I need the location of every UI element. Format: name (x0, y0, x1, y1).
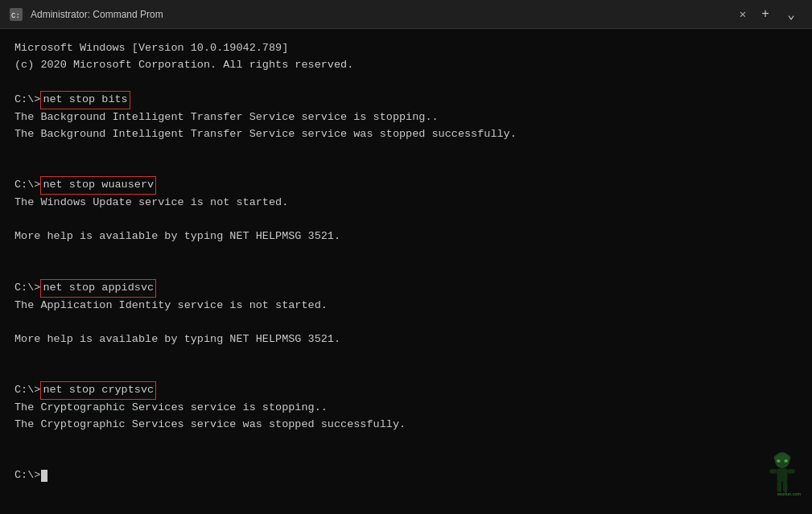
line-wua-1: The Windows Update service is not starte… (14, 195, 798, 212)
svg-rect-6 (769, 469, 777, 474)
line-bits-1: The Background Intelligent Transfer Serv… (14, 109, 798, 126)
cmd-highlight-3: net stop appidsvc (40, 279, 156, 298)
blank-5 (14, 245, 798, 262)
blank-3 (14, 159, 798, 176)
line-wua-2: More help is available by typing NET HEL… (14, 228, 798, 245)
line-crypt-2: The Cryptographic Services service was s… (14, 417, 798, 434)
svg-point-4 (784, 459, 788, 463)
prompt-1: C:\> (14, 92, 40, 109)
line-app-1: The Application Identity service is not … (14, 298, 798, 315)
titlebar-title: Administrator: Command Prom (31, 9, 727, 20)
add-tab-button[interactable]: + (754, 3, 777, 26)
blank-2 (14, 143, 798, 160)
blank-9 (14, 365, 798, 382)
blank-6 (14, 262, 798, 279)
line-copyright: (c) 2020 Microsoft Corporation. All righ… (14, 57, 798, 74)
cursor (41, 470, 47, 482)
cmd-line-4: C:\>net stop cryptsvc (14, 381, 798, 400)
svg-rect-7 (787, 469, 794, 474)
titlebar-controls: ✕ + ⌄ (735, 3, 802, 26)
cmd-highlight-4: net stop cryptsvc (40, 381, 156, 400)
blank-4 (14, 212, 798, 228)
cmd-line-2: C:\>net stop wuauserv (14, 176, 798, 195)
cmd-highlight-1: net stop bits (40, 91, 130, 109)
prompt-2: C:\> (14, 177, 40, 194)
cmd-highlight-2: net stop wuauserv (40, 176, 156, 195)
blank-11 (14, 450, 798, 467)
svg-text:wsxfun.com: wsxfun.com (777, 491, 802, 496)
close-tab-button[interactable]: ✕ (735, 6, 751, 23)
blank-1 (14, 74, 798, 91)
cmd-icon: C: (10, 8, 23, 21)
line-crypt-1: The Cryptographic Services service is st… (14, 400, 798, 417)
cmd-line-final: C:\> (14, 467, 798, 484)
blank-7 (14, 315, 798, 331)
prompt-4: C:\> (14, 382, 40, 399)
cmd-line-3: C:\>net stop appidsvc (14, 279, 798, 298)
line-bits-2: The Background Intelligent Transfer Serv… (14, 126, 798, 143)
svg-rect-5 (777, 468, 788, 482)
svg-point-3 (777, 459, 781, 463)
svg-rect-9 (783, 481, 788, 492)
line-app-2: More help is available by typing NET HEL… (14, 331, 798, 348)
titlebar: C: Administrator: Command Prom ✕ + ⌄ (0, 0, 812, 29)
blank-10 (14, 434, 798, 450)
svg-rect-8 (777, 481, 782, 492)
watermark-icon: wsxfun.com (762, 451, 802, 500)
cmd-line-1: C:\>net stop bits (14, 91, 798, 109)
line-version: Microsoft Windows [Version 10.0.19042.78… (14, 40, 798, 57)
svg-text:C:: C: (11, 12, 20, 20)
dropdown-button[interactable]: ⌄ (780, 3, 802, 26)
prompt-final: C:\> (14, 467, 40, 484)
blank-8 (14, 348, 798, 365)
watermark: wsxfun.com (762, 451, 802, 506)
prompt-3: C:\> (14, 280, 40, 297)
terminal-area: Microsoft Windows [Version 10.0.19042.78… (0, 29, 812, 514)
